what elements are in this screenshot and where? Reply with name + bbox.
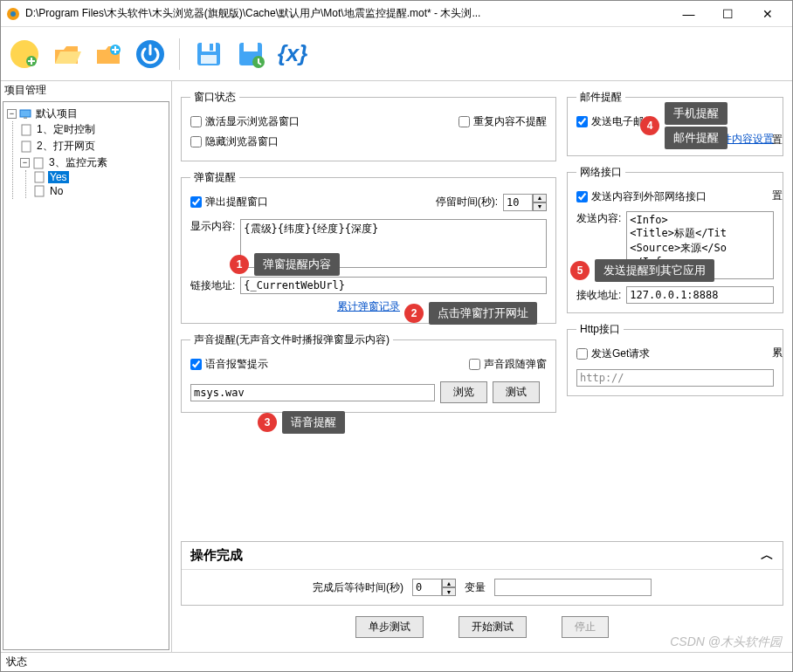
toolbar-saveas-icon[interactable]: [234, 38, 267, 71]
toolbar-add-folder-icon[interactable]: [92, 38, 125, 71]
svg-rect-9: [201, 55, 217, 64]
maximize-button[interactable]: ☐: [708, 2, 748, 26]
stay-time-spinner[interactable]: ▲▼: [503, 194, 547, 211]
sound-follow-checkbox[interactable]: 声音跟随弹窗: [469, 357, 547, 372]
send-get-checkbox[interactable]: 发送Get请求: [576, 346, 774, 361]
hide-browser-checkbox[interactable]: 隐藏浏览器窗口: [190, 134, 547, 149]
tree-collapse-icon[interactable]: −: [7, 109, 17, 119]
close-button[interactable]: ✕: [748, 2, 787, 26]
sidebar: 项目管理 − 默认项目 1、定时控制 2、打开网页 −3、监控元素: [1, 81, 172, 652]
link-url-input[interactable]: [240, 277, 547, 294]
wait-time-label: 完成后等待时间(秒): [313, 580, 403, 595]
svg-rect-8: [210, 44, 213, 51]
svg-rect-7: [202, 43, 216, 51]
http-legend: Http接口: [576, 322, 624, 337]
collapse-icon: ︿: [761, 547, 774, 564]
stay-time-label: 停留时间(秒):: [436, 195, 498, 209]
tree-item-no[interactable]: No: [48, 185, 65, 197]
show-popup-checkbox[interactable]: 弹出提醒窗口: [190, 195, 268, 209]
window-state-group: 窗口状态 激活显示浏览器窗口 重复内容不提醒 隐藏浏览器窗口: [181, 90, 556, 161]
svg-rect-15: [22, 125, 31, 135]
page-icon: [33, 171, 45, 183]
page-icon: [20, 124, 32, 136]
toolbar-variable-icon[interactable]: {x}: [276, 38, 309, 71]
http-group: Http接口 发送Get请求 累: [567, 322, 783, 396]
sound-legend: 声音提醒(无声音文件时播报弹窗显示内容): [190, 333, 393, 347]
toolbar-separator: [179, 38, 180, 70]
sound-file-input[interactable]: [190, 384, 435, 401]
svg-point-1: [10, 11, 16, 17]
link-url-label: 链接地址:: [190, 278, 235, 293]
content-pane: 窗口状态 激活显示浏览器窗口 重复内容不提醒 隐藏浏览器窗口 弹窗提醒 弹出提醒…: [172, 81, 792, 652]
status-text: 状态: [6, 655, 27, 669]
svg-rect-13: [20, 110, 31, 117]
send-external-checkbox[interactable]: 发送内容到外部网络接口: [576, 189, 774, 204]
toolbar-open-icon[interactable]: [50, 38, 83, 71]
tree-collapse-icon[interactable]: −: [20, 158, 30, 168]
page-icon: [32, 157, 45, 169]
toolbar-new-icon[interactable]: [8, 38, 41, 71]
recv-addr-input[interactable]: [626, 286, 774, 304]
network-group: 网络接口 发送内容到外部网络接口 置 发送内容: <Info> <Title>标…: [567, 165, 783, 313]
stop-button[interactable]: 停止: [562, 616, 609, 638]
svg-rect-16: [22, 141, 31, 152]
activate-show-checkbox[interactable]: 激活显示浏览器窗口: [190, 114, 300, 129]
monitor-icon: [19, 108, 31, 120]
network-legend: 网络接口: [576, 165, 625, 180]
variable-input[interactable]: [494, 579, 652, 596]
status-bar: 状态: [1, 652, 792, 671]
send-content-label: 发送内容:: [576, 211, 621, 226]
voice-alarm-checkbox[interactable]: 语音报警提示: [190, 357, 268, 372]
window-state-legend: 窗口状态: [190, 90, 239, 105]
svg-rect-11: [244, 43, 258, 51]
operation-complete-header[interactable]: 操作完成 ︿: [182, 542, 783, 569]
test-sound-button[interactable]: 测试: [493, 381, 540, 403]
step-test-button[interactable]: 单步测试: [355, 616, 424, 638]
tree-root[interactable]: 默认项目: [34, 106, 79, 121]
popup-history-link[interactable]: 累计弹窗记录: [337, 300, 400, 312]
popup-legend: 弹窗提醒: [190, 170, 239, 185]
display-content-input[interactable]: {震级}{纬度}{经度}{深度}: [240, 219, 547, 268]
toolbar-power-icon[interactable]: [134, 38, 167, 71]
tree-item-yes[interactable]: Yes: [48, 171, 69, 183]
browse-button[interactable]: 浏览: [440, 381, 487, 403]
svg-rect-17: [34, 158, 43, 168]
page-icon: [33, 185, 45, 197]
minimize-button[interactable]: —: [669, 2, 708, 26]
mail-legend: 邮件提醒: [576, 90, 625, 105]
mail-config-link[interactable]: 邮件内容设置: [711, 133, 774, 145]
toolbar: {x}: [1, 27, 792, 81]
sidebar-title: 项目管理: [1, 81, 171, 99]
page-icon: [20, 141, 32, 153]
recv-addr-label: 接收地址:: [576, 288, 621, 303]
wait-time-spinner[interactable]: ▲▼: [412, 579, 456, 596]
project-tree[interactable]: − 默认项目 1、定时控制 2、打开网页 −3、监控元素 Yes No: [3, 101, 169, 650]
display-content-label: 显示内容:: [190, 219, 235, 234]
no-repeat-checkbox[interactable]: 重复内容不提醒: [459, 114, 547, 129]
svg-rect-14: [24, 117, 27, 119]
window-title: D:\Program Files\木头软件\木头浏览器(旗舰版)\Cache\默…: [25, 6, 669, 21]
variable-label: 变量: [465, 580, 486, 595]
tree-item-monitor[interactable]: 3、监控元素: [47, 155, 109, 170]
svg-rect-19: [35, 186, 44, 196]
send-mail-checkbox[interactable]: 发送电子邮件: [576, 114, 774, 129]
svg-rect-18: [35, 172, 44, 182]
start-test-button[interactable]: 开始测试: [459, 616, 527, 638]
title-bar: D:\Program Files\木头软件\木头浏览器(旗舰版)\Cache\默…: [1, 1, 792, 27]
mail-group: 邮件提醒 发送电子邮件 邮件内容设置 置: [567, 90, 783, 156]
operation-complete-panel: 操作完成 ︿ 完成后等待时间(秒) ▲▼ 变量: [181, 541, 783, 606]
app-icon: [6, 7, 20, 21]
tree-item-openweb[interactable]: 2、打开网页: [35, 139, 97, 154]
toolbar-save-icon[interactable]: [192, 38, 225, 71]
http-url-input[interactable]: [576, 369, 774, 387]
footer-buttons: 单步测试 开始测试 停止: [181, 606, 783, 643]
popup-group: 弹窗提醒 弹出提醒窗口 停留时间(秒): ▲▼ 显示内容:: [181, 170, 556, 324]
tree-item-timer[interactable]: 1、定时控制: [35, 122, 97, 137]
sound-group: 声音提醒(无声音文件时播报弹窗显示内容) 语音报警提示 声音跟随弹窗 浏览 测试: [181, 333, 556, 413]
send-content-input[interactable]: <Info> <Title>标题</Tit <Source>来源</So </I…: [626, 211, 774, 279]
